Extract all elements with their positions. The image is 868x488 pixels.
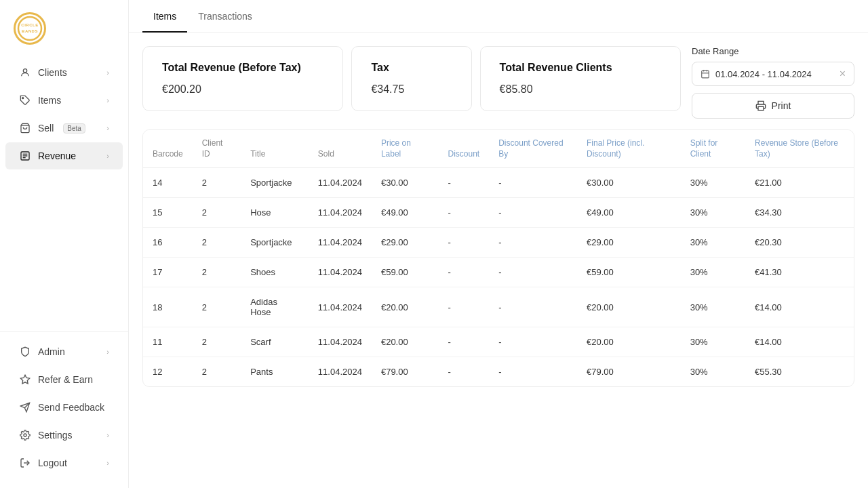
cell-priceonlabel: €30.00 (372, 168, 439, 198)
sidebar-item-settings[interactable]: Settings › (5, 422, 123, 449)
svg-point-4 (22, 98, 24, 99)
cell-barcode: 18 (143, 287, 193, 327)
total-revenue-clients-label: Total Revenue Clients (500, 62, 661, 74)
cell-discount: - (439, 258, 490, 287)
svg-point-13 (24, 434, 26, 436)
col-title: Title (241, 130, 309, 168)
svg-point-3 (23, 69, 26, 73)
cell-title: Pants (241, 357, 309, 387)
total-revenue-clients-value: €85.80 (500, 83, 661, 96)
cell-finalprice: €30.00 (577, 168, 681, 198)
col-barcode: Barcode (143, 130, 193, 168)
cell-revenuestore: €41.30 (745, 258, 854, 287)
sidebar-item-sell[interactable]: Sell Beta › (5, 115, 123, 142)
svg-marker-10 (20, 375, 29, 384)
date-range-input[interactable]: 01.04.2024 - 11.04.2024 × (692, 62, 854, 86)
print-button[interactable]: Print (692, 93, 854, 119)
cell-discountcoveredby: - (489, 198, 577, 228)
shield-icon (19, 346, 31, 358)
cell-revenuestore: €14.00 (745, 287, 854, 327)
print-icon (755, 100, 766, 111)
chevron-right-icon: › (106, 124, 109, 132)
sidebar-item-refer[interactable]: Refer & Earn (5, 366, 123, 393)
calendar-icon (701, 69, 710, 79)
tab-transactions[interactable]: Transactions (187, 0, 263, 33)
table-row: 142Sportjacke11.04.2024€30.00--€30.0030%… (143, 168, 854, 198)
summary-cards: Total Revenue (Before Tax) €200.20 Tax €… (142, 46, 681, 111)
chevron-right-icon: › (106, 348, 109, 356)
cell-priceonlabel: €20.00 (372, 287, 439, 327)
tabs-bar: Items Transactions (129, 0, 868, 33)
cell-finalprice: €20.00 (577, 287, 681, 327)
cell-splitforclient: 30% (681, 287, 745, 327)
cell-sold: 11.04.2024 (309, 357, 372, 387)
cell-priceonlabel: €59.00 (372, 258, 439, 287)
cell-title: Hose (241, 198, 309, 228)
cell-discount: - (439, 357, 490, 387)
star-icon (19, 373, 31, 386)
svg-rect-15 (702, 70, 709, 78)
cell-title: Scarf (241, 327, 309, 357)
sidebar-item-label: Send Feedback (38, 402, 104, 413)
cell-finalprice: €29.00 (577, 228, 681, 258)
logout-icon (19, 457, 31, 469)
logo-area: CIRCLE BANDS (0, 0, 128, 56)
col-price-on-label: Price on Label (372, 130, 439, 168)
svg-rect-19 (758, 106, 764, 110)
cell-clientid: 2 (193, 228, 241, 258)
sidebar-item-items[interactable]: Items › (5, 87, 123, 114)
sidebar-item-label: Clients (38, 67, 67, 78)
clear-date-icon[interactable]: × (840, 68, 846, 80)
cell-revenuestore: €14.00 (745, 327, 854, 357)
cell-revenuestore: €21.00 (745, 168, 854, 198)
content-area: Total Revenue (Before Tax) €200.20 Tax €… (129, 33, 868, 488)
cell-finalprice: €49.00 (577, 198, 681, 228)
cell-discount: - (439, 287, 490, 327)
cell-discountcoveredby: - (489, 258, 577, 287)
cell-discountcoveredby: - (489, 287, 577, 327)
cell-splitforclient: 30% (681, 198, 745, 228)
cell-clientid: 2 (193, 198, 241, 228)
svg-text:BANDS: BANDS (22, 29, 38, 33)
sidebar-item-clients[interactable]: Clients › (5, 59, 123, 86)
cell-sold: 11.04.2024 (309, 168, 372, 198)
cell-splitforclient: 30% (681, 327, 745, 357)
cell-discount: - (439, 168, 490, 198)
cell-barcode: 12 (143, 357, 193, 387)
cell-discountcoveredby: - (489, 327, 577, 357)
date-range-label: Date Range (692, 46, 854, 56)
cell-clientid: 2 (193, 287, 241, 327)
chevron-right-icon: › (106, 152, 109, 160)
col-discount: Discount (439, 130, 490, 168)
cell-barcode: 15 (143, 198, 193, 228)
cell-revenuestore: €34.30 (745, 198, 854, 228)
sidebar-item-revenue[interactable]: Revenue › (5, 142, 123, 169)
cell-title: Shoes (241, 258, 309, 287)
send-icon (19, 401, 31, 413)
cell-splitforclient: 30% (681, 357, 745, 387)
table-header-row: Barcode Client ID Title Sold Price on La… (143, 130, 854, 168)
col-revenue-store: Revenue Store (Before Tax) (745, 130, 854, 168)
chevron-right-icon: › (106, 68, 109, 77)
beta-badge: Beta (63, 123, 85, 134)
col-sold: Sold (309, 130, 372, 168)
cell-barcode: 14 (143, 168, 193, 198)
sidebar-item-logout[interactable]: Logout › (5, 449, 123, 476)
date-range-value: 01.04.2024 - 11.04.2024 (715, 69, 812, 79)
date-range-panel: Date Range 01.04.2024 - 11.04.2024 × Pri… (692, 46, 854, 119)
sidebar-item-admin[interactable]: Admin › (5, 338, 123, 365)
cell-revenuestore: €20.30 (745, 228, 854, 258)
summary-row: Total Revenue (Before Tax) €200.20 Tax €… (142, 46, 854, 119)
sidebar-item-feedback[interactable]: Send Feedback (5, 394, 123, 421)
cell-sold: 11.04.2024 (309, 228, 372, 258)
cell-title: Sportjacke (241, 228, 309, 258)
cell-sold: 11.04.2024 (309, 258, 372, 287)
cell-splitforclient: 30% (681, 228, 745, 258)
total-revenue-label: Total Revenue (Before Tax) (162, 62, 323, 74)
main-content: Items Transactions Total Revenue (Before… (129, 0, 868, 488)
cell-finalprice: €20.00 (577, 327, 681, 357)
total-revenue-card: Total Revenue (Before Tax) €200.20 (142, 46, 343, 111)
tab-items[interactable]: Items (142, 0, 187, 33)
sidebar: CIRCLE BANDS Clients › Items › (0, 0, 129, 488)
sidebar-item-label: Logout (38, 458, 67, 468)
